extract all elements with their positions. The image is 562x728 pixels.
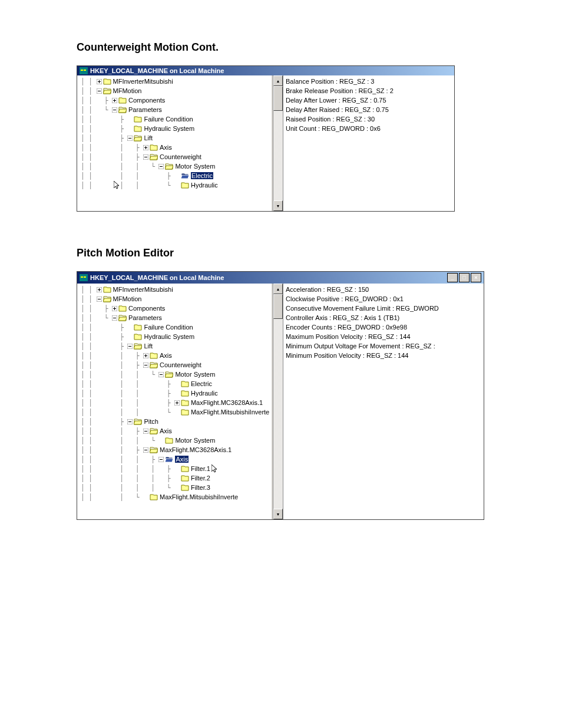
tree-label[interactable]: Pitch xyxy=(144,418,158,425)
registry-value[interactable]: Delay After Raised : REG_SZ : 0.75 xyxy=(286,105,452,114)
tree-node[interactable]: │ │ │ ├ Axis xyxy=(81,351,272,360)
tree-node[interactable]: │ │ │ │ └ Hydraulic xyxy=(81,180,272,190)
tree-pane-1[interactable]: │ │ MFInverterMitsubishi│ │ MFMotion│ │ … xyxy=(77,75,273,211)
tree-node[interactable]: │ │ │ │ ├ Hydraulic xyxy=(81,388,272,398)
scroll-down-icon[interactable]: ▼ xyxy=(273,509,283,519)
scroll-thumb[interactable] xyxy=(273,294,283,319)
close-button[interactable]: × xyxy=(471,273,481,282)
tree-node[interactable]: │ │ │ │ └ Motor System xyxy=(81,370,272,379)
expand-box-icon[interactable] xyxy=(143,154,150,160)
tree-node[interactable]: │ │ ├ Hydraulic System xyxy=(81,332,272,341)
tree-label[interactable]: MaxFlight.MC3628Axis.1 xyxy=(191,399,263,406)
registry-value[interactable]: Raised Position : REG_SZ : 30 xyxy=(286,114,452,124)
tree-label[interactable]: Filter.3 xyxy=(191,484,210,491)
tree-node[interactable]: │ │ │ ├ MaxFlight.MC3628Axis.1 xyxy=(81,445,272,454)
tree-label[interactable]: Axis xyxy=(160,427,172,434)
tree-label[interactable]: Lift xyxy=(144,134,153,141)
value-pane-2[interactable]: Acceleration : REG_SZ : 150Clockwise Pos… xyxy=(283,284,484,519)
tree-label[interactable]: Hydraulic System xyxy=(144,125,194,132)
expand-box-icon[interactable] xyxy=(97,287,103,292)
registry-value[interactable]: Balance Position : REG_SZ : 3 xyxy=(286,77,452,86)
minimize-button[interactable]: _ xyxy=(447,273,458,282)
tree-label[interactable]: MaxFlight.MitsubishiInverte xyxy=(191,409,269,416)
tree-label[interactable]: Filter.2 xyxy=(191,475,210,482)
expand-box-icon[interactable] xyxy=(143,447,150,453)
tree-label[interactable]: Axis xyxy=(175,456,189,463)
expand-box-icon[interactable] xyxy=(143,429,150,434)
registry-value[interactable]: Minimum Position Velocity : REG_SZ : 144 xyxy=(286,351,481,360)
expand-box-icon[interactable] xyxy=(143,145,150,150)
tree-label[interactable]: Lift xyxy=(144,342,153,350)
expand-box-icon[interactable] xyxy=(127,333,134,340)
tree-node[interactable]: │ │ │ │ ├ Electric xyxy=(81,379,272,388)
tree-node[interactable]: │ │ ├ Hydraulic System xyxy=(81,124,272,133)
tree-label[interactable]: Hydraulic xyxy=(191,390,218,397)
scroll-track[interactable] xyxy=(273,111,283,200)
tree-label[interactable]: Failure Condition xyxy=(144,324,193,331)
tree-node[interactable]: │ │ ├ Lift xyxy=(81,341,272,351)
registry-value[interactable]: Unit Count : REG_DWORD : 0x6 xyxy=(286,124,452,133)
tree-node[interactable]: │ │ │ │ │ ├ Filter.2 xyxy=(81,473,272,483)
vscrollbar-2[interactable]: ▲ ▼ xyxy=(273,284,283,519)
maximize-button[interactable]: □ xyxy=(459,273,470,282)
tree-node[interactable]: │ │ └ Parameters xyxy=(81,105,272,114)
value-pane-1[interactable]: Balance Position : REG_SZ : 3Brake Relea… xyxy=(283,75,454,211)
expand-box-icon[interactable] xyxy=(127,125,134,132)
registry-value[interactable]: Acceleration : REG_SZ : 150 xyxy=(286,285,481,294)
expand-box-icon[interactable] xyxy=(143,353,150,358)
expand-box-icon[interactable] xyxy=(158,457,165,462)
expand-box-icon[interactable] xyxy=(97,88,103,94)
tree-label[interactable]: Motor System xyxy=(175,371,215,378)
expand-box-icon[interactable] xyxy=(174,400,181,406)
tree-label[interactable]: Counterweight xyxy=(160,361,201,368)
registry-value[interactable]: Consecutive Movement Failure Limit : REG… xyxy=(286,304,481,313)
tree-label[interactable]: Filter.1 xyxy=(191,465,210,472)
tree-node[interactable]: │ │ │ │ └ MaxFlight.MitsubishiInverte xyxy=(81,407,272,417)
tree-label[interactable]: Components xyxy=(128,305,165,312)
expand-box-icon[interactable] xyxy=(174,182,181,189)
tree-node[interactable]: │ │ │ │ └ Motor System xyxy=(81,436,272,445)
tree-node[interactable]: │ │ │ │ ├ MaxFlight.MC3628Axis.1 xyxy=(81,398,272,407)
tree-label[interactable]: Components xyxy=(128,97,165,104)
tree-node[interactable]: │ │ │ ├ Axis xyxy=(81,143,272,152)
registry-value[interactable]: Controller Axis : REG_SZ : Axis 1 (TB1) xyxy=(286,313,481,322)
tree-node[interactable]: │ │ │ ├ Counterweight xyxy=(81,152,272,162)
tree-node[interactable]: │ │ │ │ ├ Electric xyxy=(81,171,272,180)
tree-label[interactable]: Electric xyxy=(191,380,212,387)
tree-node[interactable]: │ │ │ │ ├ Axis xyxy=(81,454,272,464)
scroll-up-icon[interactable]: ▲ xyxy=(273,284,283,294)
tree-label[interactable]: Motor System xyxy=(175,163,215,170)
tree-label[interactable]: Axis xyxy=(160,144,172,151)
expand-box-icon[interactable] xyxy=(112,306,118,311)
tree-node[interactable]: │ │ ├ Failure Condition xyxy=(81,322,272,332)
tree-node[interactable]: │ │ MFMotion xyxy=(81,294,272,304)
scroll-thumb[interactable] xyxy=(273,86,283,111)
expand-box-icon[interactable] xyxy=(158,164,165,169)
expand-box-icon[interactable] xyxy=(112,98,118,103)
registry-value[interactable]: Delay After Lower : REG_SZ : 0.75 xyxy=(286,95,452,105)
expand-box-icon[interactable] xyxy=(174,484,181,491)
tree-node[interactable]: │ │ ├ Components xyxy=(81,95,272,105)
expand-box-icon[interactable] xyxy=(174,409,181,416)
expand-box-icon[interactable] xyxy=(174,380,181,387)
tree-label[interactable]: Parameters xyxy=(128,314,162,321)
tree-label[interactable]: Motor System xyxy=(175,437,215,444)
expand-box-icon[interactable] xyxy=(174,172,181,179)
scroll-up-icon[interactable]: ▲ xyxy=(273,75,283,86)
tree-node[interactable]: │ │ MFInverterMitsubishi xyxy=(81,77,272,86)
expand-box-icon[interactable] xyxy=(97,79,103,84)
tree-label[interactable]: MaxFlight.MitsubishiInverte xyxy=(160,493,238,500)
tree-label[interactable]: Parameters xyxy=(128,106,162,113)
tree-node[interactable]: │ │ │ │ │ ├ Filter.1 xyxy=(81,464,272,473)
tree-node[interactable]: │ │ ├ Lift xyxy=(81,133,272,143)
registry-value[interactable]: Brake Release Position : REG_SZ : 2 xyxy=(286,86,452,95)
scroll-down-icon[interactable]: ▼ xyxy=(273,200,283,211)
tree-label[interactable]: Electric xyxy=(191,172,213,179)
tree-node[interactable]: │ │ MFMotion xyxy=(81,86,272,95)
registry-value[interactable]: Clockwise Positive : REG_DWORD : 0x1 xyxy=(286,294,481,304)
expand-box-icon[interactable] xyxy=(143,493,150,500)
tree-label[interactable]: Hydraulic xyxy=(191,182,218,189)
tree-label[interactable]: Hydraulic System xyxy=(144,333,194,340)
tree-node[interactable]: │ │ │ │ └ Motor System xyxy=(81,162,272,171)
tree-node[interactable]: │ │ └ Parameters xyxy=(81,313,272,322)
